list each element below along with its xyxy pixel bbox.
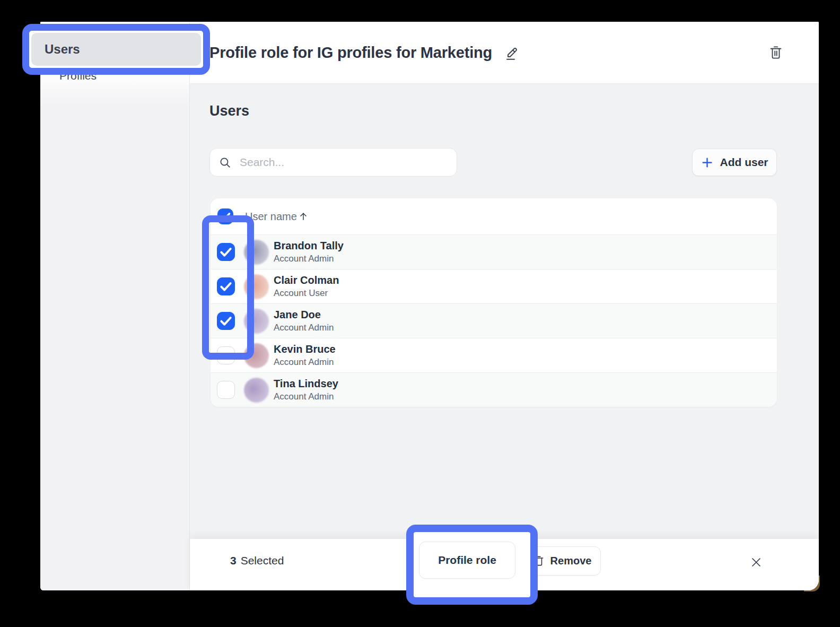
table-row[interactable]: Brandon Tally Account Admin bbox=[211, 234, 777, 269]
screenshot-canvas: Profiles Profile role for IG profiles fo… bbox=[0, 0, 840, 627]
user-role: Account Admin bbox=[274, 357, 336, 367]
selected-count: 3 bbox=[230, 554, 237, 567]
add-user-button[interactable]: Add user bbox=[692, 149, 777, 176]
user-cell: Brandon Tally Account Admin bbox=[274, 240, 344, 264]
avatar bbox=[244, 378, 269, 403]
plus-icon bbox=[701, 156, 714, 169]
remove-label: Remove bbox=[550, 555, 592, 567]
close-selection-button[interactable] bbox=[748, 554, 765, 572]
main-content: Users Add user bbox=[190, 84, 819, 539]
table-row[interactable]: Clair Colman Account User bbox=[211, 269, 777, 303]
annotation-checkboxes-highlight bbox=[202, 215, 254, 360]
search-input[interactable] bbox=[239, 155, 448, 169]
sidebar-item-users-label: Users bbox=[45, 42, 80, 57]
user-name: Clair Colman bbox=[274, 274, 339, 286]
profile-role-button[interactable]: Profile role bbox=[419, 542, 515, 579]
user-cell: Kevin Bruce Account Admin bbox=[274, 343, 336, 367]
users-section-heading: Users bbox=[209, 103, 249, 119]
search-icon bbox=[218, 156, 232, 169]
user-role: Account Admin bbox=[274, 323, 334, 333]
add-user-label: Add user bbox=[720, 156, 768, 169]
table-row[interactable]: Tina Lindsey Account Admin bbox=[211, 372, 777, 407]
user-name: Kevin Bruce bbox=[274, 343, 336, 355]
sidebar: Profiles bbox=[40, 22, 190, 590]
row-checkbox[interactable] bbox=[217, 381, 235, 399]
user-role: Account User bbox=[274, 288, 339, 298]
selected-count-text: 3 Selected bbox=[230, 539, 284, 582]
trash-icon bbox=[768, 44, 784, 61]
delete-profile-role-button[interactable] bbox=[768, 44, 784, 61]
table-row[interactable]: Jane Doe Account Admin bbox=[211, 303, 777, 338]
user-role: Account Admin bbox=[274, 391, 338, 402]
user-name: Jane Doe bbox=[274, 309, 334, 320]
user-cell: Jane Doe Account Admin bbox=[274, 309, 334, 333]
annotation-users-highlight: Users bbox=[22, 24, 210, 75]
user-name: Brandon Tally bbox=[274, 240, 344, 251]
table-header-row: User name bbox=[211, 198, 777, 234]
user-search bbox=[209, 148, 457, 177]
edit-title-button[interactable] bbox=[504, 43, 521, 62]
app-window: Profiles Profile role for IG profiles fo… bbox=[40, 22, 819, 590]
annotation-profile-role-highlight: Profile role bbox=[406, 525, 538, 605]
sidebar-item-users[interactable]: Users bbox=[31, 33, 201, 66]
user-cell: Tina Lindsey Account Admin bbox=[274, 378, 338, 402]
sort-ascending-icon[interactable] bbox=[298, 211, 309, 222]
table-row[interactable]: Kevin Bruce Account Admin bbox=[211, 338, 777, 372]
user-table-rows: Brandon Tally Account Admin Clair Colman… bbox=[211, 234, 777, 407]
close-icon bbox=[750, 556, 763, 569]
page-title: Profile role for IG profiles for Marketi… bbox=[209, 44, 492, 62]
user-name: Tina Lindsey bbox=[274, 378, 338, 389]
pencil-icon bbox=[504, 43, 521, 62]
user-cell: Clair Colman Account User bbox=[274, 274, 339, 298]
selected-label: Selected bbox=[241, 554, 284, 567]
users-table-card: User name Brandon Tally Account Admin bbox=[211, 198, 777, 407]
page-header: Profile role for IG profiles for Marketi… bbox=[190, 22, 819, 84]
user-role: Account Admin bbox=[274, 254, 344, 264]
